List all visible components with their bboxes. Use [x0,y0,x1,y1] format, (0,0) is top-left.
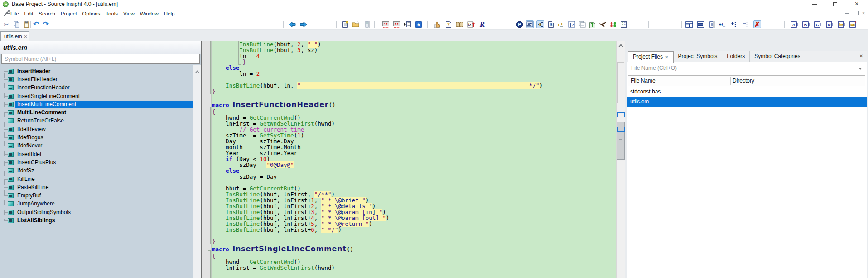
panel-tab-folders[interactable]: Folders [722,51,750,62]
draft-b-icon[interactable]: B [802,20,810,28]
symbol-item-EmptyBuf[interactable]: EmptyBuf [0,192,193,200]
column-file-name[interactable]: File Name [631,78,656,84]
symbol-label[interactable]: JumpAnywhere [15,200,57,208]
mdi-restore-button[interactable] [852,10,859,16]
sync-window-icon[interactable] [382,20,390,28]
restore-button[interactable] [830,0,840,8]
menu-project[interactable]: Project [58,8,80,19]
favorites-icon[interactable]: ★ [415,20,422,28]
project-panel-close-icon[interactable]: ✕ [858,53,864,59]
file-row-stdconst.bas[interactable]: stdconst.bas [627,87,867,97]
menu-help[interactable]: Help [161,8,178,19]
panel-tab-project-symbols[interactable]: Project Symbols [674,51,723,62]
help-doc-icon[interactable]: ? [444,20,452,28]
sync-symbol-icon[interactable] [393,20,400,28]
tab-utils-em[interactable]: utils.em✕ [0,31,29,41]
draft-a-icon[interactable]: A [791,20,798,28]
menu-tools[interactable]: Tools [103,8,121,19]
eagle-icon[interactable] [599,20,607,28]
symbol-search-input[interactable] [1,54,200,64]
symbol-item-ReturnTrueOrFalse[interactable]: ReturnTrueOrFalse [0,117,193,125]
symbol-item-InsertCPlusPlus[interactable]: InsertCPlusPlus [0,158,193,166]
symbol-label[interactable]: EmptyBuf [15,192,43,200]
export-doc-icon[interactable] [588,20,596,28]
symbol-label[interactable]: KillLine [15,176,37,183]
symbol-item-KillLine[interactable]: KillLine [0,175,193,183]
symbol-label[interactable]: IfdefSz [15,167,36,175]
toggle-plus-minus-icon[interactable]: +/_ [718,20,726,28]
symbol-item-JumpAnywhere[interactable]: JumpAnywhere [0,200,193,208]
help-panel-icon[interactable]: ? [568,20,575,28]
open-file-icon[interactable] [352,20,360,28]
new-file-icon[interactable] [341,20,349,28]
menu-view[interactable]: View [121,8,137,19]
undo-icon[interactable]: ↶ [32,20,40,28]
add-line-icon[interactable] [730,20,738,28]
symbol-item-InsertMultiLineComment[interactable]: InsertMultiLineComment [0,100,193,108]
forward-icon[interactable] [300,20,308,28]
symbol-item-IfdefNever[interactable]: IfdefNever [0,142,193,150]
table-view-icon[interactable] [685,20,693,28]
symbol-item-InsertSingleLineComment[interactable]: InsertSingleLineComment [0,92,193,100]
minimize-button[interactable] [809,0,819,8]
symbol-list-scrollbar[interactable] [193,65,201,278]
panel-tab-project-files[interactable]: Project Files✕ [628,51,674,63]
cut-icon[interactable]: ✂ [3,20,10,28]
symbol-item-IfdefSz[interactable]: IfdefSz [0,167,193,175]
symbol-label[interactable]: InsertIfdef [15,151,43,158]
goto-line-icon[interactable] [404,20,411,28]
menu-search[interactable]: Search [36,8,58,19]
function-index-icon[interactable]: fx [467,20,475,28]
scroll-up-icon[interactable] [195,71,200,75]
combo-dropdown-icon[interactable] [858,68,862,70]
list-view-icon[interactable] [697,20,704,28]
symbol-item-IfdefBogus[interactable]: IfdefBogus [0,133,193,141]
file-name-combo[interactable]: File Name (Ctrl+O) [628,63,865,73]
symbol-label[interactable]: IfdefNever [15,142,44,150]
parse-file-icon[interactable]: P [516,20,523,28]
symbol-item-PasteKillLine[interactable]: PasteKillLine [0,183,193,191]
symbol-label[interactable]: InsertSingleLineComment [15,93,82,100]
symbol-label[interactable]: InsertFunctionHeader [15,84,71,92]
code-editor[interactable]: InsBufLine(hbuf, 2, " ") InsBufLine(hbuf… [202,41,625,278]
tab-close-icon[interactable]: ✕ [665,55,669,59]
relation-window-icon[interactable] [526,20,534,28]
symbol-item-IfdefReview[interactable]: IfdefReview [0,125,193,133]
symbol-item-InsertFileHeader[interactable]: InsertFileHeader [0,75,193,83]
remove-line-icon[interactable] [742,20,749,28]
browse-hand-icon[interactable] [433,20,441,28]
tab-close-icon[interactable]: ✕ [24,34,28,39]
doc-list-icon[interactable] [620,20,627,28]
symbol-item-ListAllSiblings[interactable]: ListAllSiblings [0,216,193,224]
symbol-item-OutputSiblingSymbols[interactable]: OutputSiblingSymbols [0,208,193,216]
symbol-label[interactable]: OutputSiblingSymbols [15,209,72,216]
folder-view-icon[interactable] [838,20,845,28]
style-sheet-icon[interactable]: S [547,20,555,28]
mdi-close-button[interactable]: ✕ [860,10,867,16]
symbol-label[interactable]: InsertFileHeader [15,76,59,83]
symbol-label[interactable]: InsertCPlusPlus [15,159,58,166]
symbol-item-InsertFunctionHeader[interactable]: InsertFunctionHeader [0,84,193,92]
symbol-label[interactable]: InsertMultiLineComment [15,101,193,108]
symbol-item-InsertHeader[interactable]: InsertHeader [0,67,193,75]
symbol-label[interactable]: ListAllSiblings [15,217,57,224]
panel-tab-symbol-categories[interactable]: Symbol Categories [750,51,805,62]
symbol-tree-icon[interactable] [536,20,544,28]
open-book-icon[interactable] [456,20,463,28]
draft-d-icon[interactable]: D [826,20,834,28]
symbol-item-MultiLineComment[interactable]: MultiLineComment [0,109,193,117]
folder-new-icon[interactable]: * [849,20,857,28]
menu-file[interactable]: File [8,8,22,19]
symbol-item-InsertIfdef[interactable]: InsertIfdef [0,150,193,158]
menu-options[interactable]: Options [80,8,103,19]
menu-window[interactable]: Window [137,8,161,19]
compare-files-icon[interactable] [609,20,617,28]
clear-highlight-icon[interactable]: ✗ [753,20,761,28]
window-list-icon[interactable] [578,20,586,28]
back-icon[interactable] [288,20,296,28]
symbol-label[interactable]: IfdefReview [15,126,48,133]
panel-drag-handle[interactable] [740,45,752,48]
symbol-label[interactable]: MultiLineComment [15,109,68,117]
link-window-icon[interactable] [557,20,565,28]
r-script-icon[interactable]: R [478,20,486,28]
